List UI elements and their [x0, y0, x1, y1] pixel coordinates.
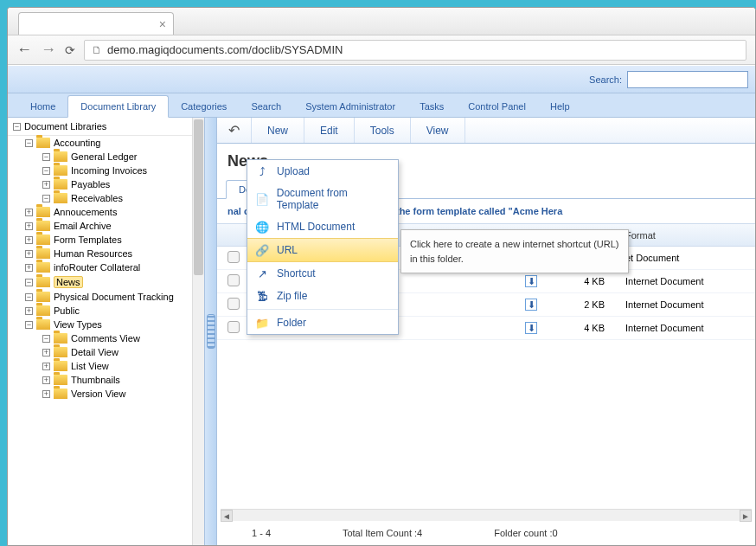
toolbar-new[interactable]: New	[252, 118, 304, 143]
cell-format: Internet Document	[613, 276, 752, 286]
expand-icon[interactable]: +	[25, 222, 33, 230]
expand-icon[interactable]: +	[25, 209, 33, 216]
scroll-right-icon[interactable]: ►	[740, 510, 752, 522]
expand-icon[interactable]: +	[42, 376, 50, 384]
tree-node[interactable]: −View Types	[8, 318, 204, 331]
menu-item-shortcut[interactable]: ↗Shortcut	[247, 262, 398, 285]
menu-item-upload[interactable]: ⤴Upload	[247, 160, 398, 183]
main-tab-document-library[interactable]: Document Library	[67, 95, 169, 118]
collapse-icon[interactable]: −	[42, 153, 50, 161]
menu-item-url[interactable]: 🔗URL	[247, 238, 398, 262]
tree-node[interactable]: −News	[8, 274, 204, 290]
expand-icon[interactable]: +	[25, 264, 33, 272]
tree-body: −Accounting−General Ledger−Incoming Invo…	[8, 136, 204, 401]
splitter[interactable]	[205, 118, 217, 545]
folder-icon	[36, 234, 50, 245]
download-icon[interactable]: ⬇	[525, 322, 537, 334]
menu-item-label: Upload	[277, 165, 310, 177]
tree-node[interactable]: +Payables	[8, 177, 204, 191]
expand-icon[interactable]: +	[25, 307, 33, 315]
main-tab-help[interactable]: Help	[538, 96, 582, 117]
collapse-icon[interactable]: −	[25, 321, 33, 329]
collapse-icon[interactable]: −	[42, 335, 50, 343]
folder-icon	[36, 277, 50, 287]
expand-icon[interactable]: +	[42, 349, 50, 357]
expand-icon[interactable]: +	[42, 390, 50, 398]
collapse-icon[interactable]: −	[25, 139, 33, 147]
search-row: Search:	[8, 66, 755, 93]
search-input[interactable]	[627, 71, 748, 88]
expand-icon[interactable]: +	[42, 181, 50, 189]
download-icon[interactable]: ⬇	[525, 299, 537, 311]
main-tab-search[interactable]: Search	[239, 96, 293, 117]
browser-tab[interactable]: ×	[18, 12, 174, 35]
folder-icon	[36, 262, 50, 273]
scrollbar-thumb[interactable]	[194, 119, 203, 275]
row-checkbox[interactable]	[227, 298, 240, 310]
tree-node[interactable]: −Incoming Invoices	[8, 164, 204, 177]
tree-node[interactable]: +Version View	[8, 387, 204, 401]
collapse-icon[interactable]: −	[25, 279, 33, 286]
scroll-left-icon[interactable]: ◄	[221, 510, 233, 522]
main-tab-tasks[interactable]: Tasks	[407, 96, 456, 117]
menu-item-label: URL	[277, 244, 298, 256]
collapse-icon[interactable]: −	[42, 195, 50, 202]
menu-item-label: Folder	[277, 317, 306, 329]
row-checkbox[interactable]	[227, 274, 240, 286]
scrollbar-vertical[interactable]	[192, 118, 204, 545]
main-tab-categories[interactable]: Categories	[169, 96, 239, 117]
menu-item-document-from-template[interactable]: 📄Document from Template	[247, 183, 398, 215]
tree-node[interactable]: +Human Resources	[8, 247, 204, 260]
main-tab-control-panel[interactable]: Control Panel	[456, 96, 538, 117]
row-checkbox[interactable]	[227, 251, 240, 263]
tree-header[interactable]: − Document Libraries	[8, 118, 204, 136]
collapse-icon[interactable]: −	[42, 167, 50, 175]
forward-button[interactable]: →	[41, 41, 56, 59]
reload-button[interactable]: ⟳	[65, 43, 75, 57]
menu-item-html-document[interactable]: 🌐HTML Document	[247, 215, 398, 238]
tree-node[interactable]: +Thumbnails	[8, 373, 204, 387]
tree-node[interactable]: +Public	[8, 304, 204, 318]
toolbar-view[interactable]: View	[411, 118, 465, 143]
expand-icon[interactable]: +	[42, 363, 50, 370]
tree-node[interactable]: +Annoucements	[8, 205, 204, 219]
folder-icon	[54, 389, 67, 399]
tree-label: News	[54, 276, 83, 288]
collapse-icon[interactable]: −	[13, 123, 21, 131]
row-checkbox[interactable]	[227, 321, 240, 333]
folder-icon	[54, 165, 67, 176]
col-format[interactable]: Format	[613, 230, 752, 241]
toolbar-tools[interactable]: Tools	[355, 118, 411, 143]
toolbar-items: NewEditToolsView	[252, 118, 465, 143]
new-menu-dropdown: ⤴Upload📄Document from Template🌐HTML Docu…	[247, 159, 399, 335]
expand-icon[interactable]: +	[25, 236, 33, 244]
menu-item-zip-file[interactable]: 🗜Zip file	[247, 285, 398, 307]
menu-item-label: Document from Template	[277, 187, 391, 211]
expand-icon[interactable]: +	[25, 250, 33, 258]
main-tab-home[interactable]: Home	[18, 96, 67, 117]
tree-node[interactable]: −Physical Document Tracking	[8, 290, 204, 304]
tree-node[interactable]: +infoRouter Collateral	[8, 260, 204, 274]
tree-node[interactable]: +Email Archive	[8, 219, 204, 233]
close-icon[interactable]: ×	[159, 17, 166, 31]
folder-icon	[54, 375, 67, 385]
tree-node[interactable]: −General Ledger	[8, 150, 204, 164]
menu-item-folder[interactable]: 📁Folder	[247, 312, 398, 334]
tree-panel: − Document Libraries −Accounting−General…	[8, 118, 205, 545]
tree-node[interactable]: −Accounting	[8, 136, 204, 150]
main-tab-system-administrator[interactable]: System Administrator	[293, 96, 407, 117]
scrollbar-horizontal[interactable]: ◄ ►	[221, 509, 752, 521]
back-toolbar-button[interactable]: ↶	[217, 118, 252, 143]
tree-node[interactable]: −Receivables	[8, 191, 204, 205]
download-icon[interactable]: ⬇	[525, 275, 537, 287]
tree-node[interactable]: −Comments View	[8, 331, 204, 345]
collapse-icon[interactable]: −	[25, 293, 33, 301]
cell-format: Internet Document	[613, 299, 752, 310]
tree-node[interactable]: +List View	[8, 359, 204, 373]
tooltip: Click here to create a new internet shor…	[400, 229, 629, 273]
tree-node[interactable]: +Detail View	[8, 345, 204, 359]
toolbar-edit[interactable]: Edit	[304, 118, 355, 143]
back-button[interactable]: ←	[16, 41, 32, 59]
url-bar[interactable]: 🗋 demo.magiqdocuments.com/doclib/SYSADMI…	[84, 40, 746, 61]
tree-node[interactable]: +Form Templates	[8, 233, 204, 247]
